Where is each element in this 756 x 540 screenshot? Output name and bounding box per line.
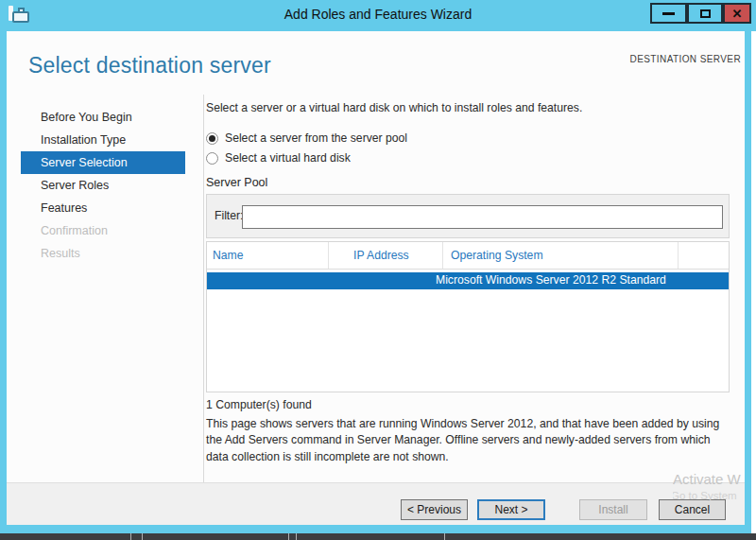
close-icon: ✕ — [732, 8, 743, 20]
wizard-steps-nav: Before You Begin Installation Type Serve… — [21, 106, 185, 265]
intro-text: Select a server or a virtual hard disk o… — [206, 101, 730, 114]
sidebar-item-results: Results — [21, 242, 185, 265]
sidebar-divider — [203, 95, 204, 512]
sidebar-item-installation-type[interactable]: Installation Type — [21, 129, 185, 151]
computers-found-count: 1 Computer(s) found — [206, 398, 312, 411]
minimize-button[interactable] — [650, 3, 687, 24]
next-button[interactable]: Next > — [477, 499, 545, 520]
page-description: This page shows servers that are running… — [206, 416, 731, 465]
filter-panel: Filter: — [206, 194, 730, 238]
table-header-row: Name IP Address Operating System — [207, 242, 729, 270]
column-header-ip-address[interactable]: IP Address — [329, 242, 443, 269]
titlebar[interactable]: Add Roles and Features Wizard ✕ — [0, 0, 756, 31]
column-header-name[interactable]: Name — [207, 242, 329, 269]
window-frame: Select destination server DESTINATION SE… — [0, 31, 751, 533]
page-title: Select destination server — [28, 53, 271, 78]
filter-input[interactable] — [242, 205, 723, 229]
add-roles-features-wizard-window: Add Roles and Features Wizard ✕ Select d… — [0, 0, 756, 540]
server-pool-title: Server Pool — [206, 176, 267, 189]
wizard-button-bar: < Previous Next > Install Cancel — [7, 482, 745, 525]
column-header-spacer — [679, 242, 729, 269]
sidebar-item-features[interactable]: Features — [21, 197, 185, 219]
destination-server-label: DESTINATION SERVER — [630, 54, 741, 64]
previous-button[interactable]: < Previous — [401, 499, 468, 520]
row-operating-system-value: Microsoft Windows Server 2012 R2 Standar… — [436, 272, 666, 289]
radio-select-server-from-pool[interactable]: Select a server from the server pool — [206, 131, 407, 146]
radio-select-virtual-hard-disk[interactable]: Select a virtual hard disk — [206, 150, 351, 165]
cancel-button[interactable]: Cancel — [659, 499, 726, 520]
table-row-selected-server[interactable]: Microsoft Windows Server 2012 R2 Standar… — [207, 272, 729, 289]
sidebar-item-confirmation: Confirmation — [21, 219, 185, 242]
sidebar-item-before-you-begin[interactable]: Before You Begin — [21, 106, 185, 129]
filter-label: Filter: — [215, 209, 243, 222]
minimize-icon — [662, 12, 675, 15]
wizard-content: Select destination server DESTINATION SE… — [7, 31, 745, 482]
radio-label: Select a virtual hard disk — [225, 151, 351, 165]
radio-selected-icon — [206, 132, 218, 145]
radio-unselected-icon — [206, 152, 218, 165]
sidebar-item-server-roles[interactable]: Server Roles — [21, 174, 185, 197]
maximize-icon — [700, 9, 711, 18]
window-title: Add Roles and Features Wizard — [0, 0, 756, 31]
sidebar-item-server-selection[interactable]: Server Selection — [21, 151, 185, 174]
server-pool-table: Name IP Address Operating System Microso… — [206, 241, 730, 392]
desktop-taskbar-strip — [0, 533, 756, 540]
radio-label: Select a server from the server pool — [225, 131, 407, 145]
install-button: Install — [579, 499, 647, 520]
close-button[interactable]: ✕ — [723, 3, 751, 24]
column-header-operating-system[interactable]: Operating System — [443, 242, 679, 269]
maximize-button[interactable] — [687, 3, 723, 24]
